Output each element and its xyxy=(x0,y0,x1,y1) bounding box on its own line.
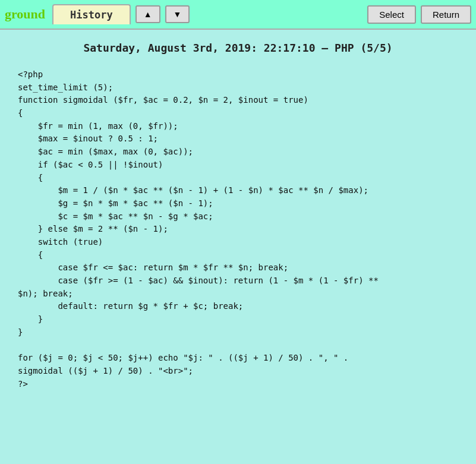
logo: ground xyxy=(5,7,45,22)
return-button[interactable]: Return xyxy=(421,5,471,24)
date-title: Saturday, August 3rd, 2019: 22:17:10 – P… xyxy=(18,42,458,54)
select-button[interactable]: Select xyxy=(367,5,416,24)
content-area: Saturday, August 3rd, 2019: 22:17:10 – P… xyxy=(0,30,476,464)
history-tab[interactable]: History xyxy=(52,4,131,24)
nav-down-button[interactable]: ▼ xyxy=(165,5,190,23)
nav-up-button[interactable]: ▲ xyxy=(135,5,160,23)
top-bar: ground History ▲ ▼ Select Return xyxy=(0,0,476,30)
code-block: <?php set_time_limit (5); function sigmo… xyxy=(18,68,458,390)
